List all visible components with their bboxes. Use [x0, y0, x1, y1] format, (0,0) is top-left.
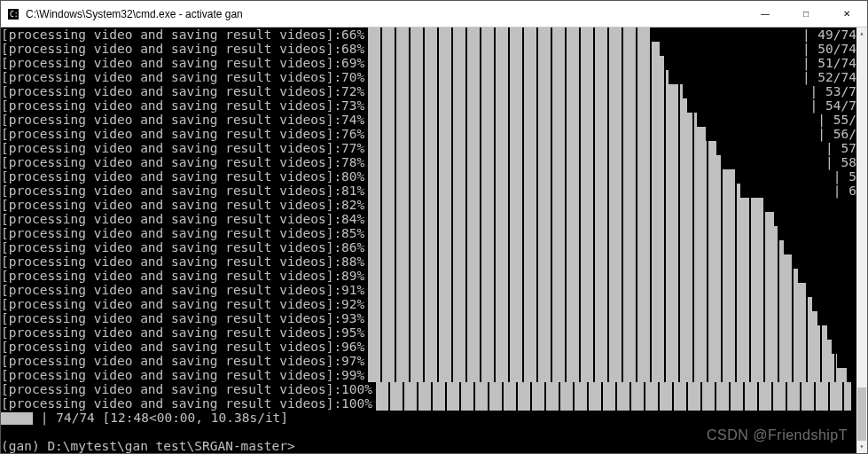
progress-label: [processing video and saving result vide…: [1, 155, 341, 169]
progress-bar-fill: [368, 141, 716, 155]
progress-bar: [368, 155, 820, 169]
progress-line: [processing video and saving result vide…: [1, 198, 856, 212]
terminal-area[interactable]: [processing video and saving result vide…: [1, 27, 867, 453]
progress-counter: | 49/74: [797, 27, 856, 42]
progress-percent: 81%: [341, 184, 364, 198]
progress-line: [processing video and saving result vide…: [1, 254, 856, 269]
progress-counter: | 51/74: [797, 56, 856, 70]
progress-bar: [368, 27, 797, 42]
progress-bar-fill: [368, 340, 832, 354]
progress-bar-fill: [368, 354, 836, 368]
progress-line: [processing video and saving result vide…: [1, 354, 856, 368]
progress-percent: 92%: [341, 297, 364, 311]
progress-line: [processing video and saving result vide…: [1, 141, 856, 155]
progress-line: [processing video and saving result vide…: [1, 283, 856, 297]
progress-bar: [368, 98, 804, 113]
summary-text: | 74/74 [12:48<00:00, 10.38s/it]: [33, 411, 288, 425]
window-controls: — □ ✕: [745, 1, 867, 27]
progress-bar-fill: [368, 269, 798, 283]
progress-line: [processing video and saving result vide…: [1, 240, 856, 254]
progress-bar-fill: [368, 84, 682, 98]
progress-bar: [368, 169, 827, 184]
progress-percent: 95%: [341, 325, 364, 340]
progress-bar-fill: [368, 198, 764, 212]
progress-bar: [368, 127, 812, 141]
progress-bar: [376, 396, 851, 411]
progress-label: [processing video and saving result vide…: [1, 84, 341, 98]
progress-bar-fill: [368, 98, 686, 113]
progress-label: [processing video and saving result vide…: [1, 382, 341, 396]
progress-label: [processing video and saving result vide…: [1, 254, 341, 269]
progress-label: [processing video and saving result vide…: [1, 70, 341, 84]
progress-bar-fill: [368, 368, 846, 382]
progress-bar-fill: [368, 184, 740, 198]
scroll-thumb[interactable]: [857, 387, 866, 441]
progress-bar-fill: [368, 212, 774, 226]
progress-bar: [368, 212, 851, 226]
progress-bar-fill: [368, 297, 812, 311]
close-button[interactable]: ✕: [826, 1, 867, 27]
progress-bar-fill: [368, 325, 826, 340]
progress-counter: | 56/: [812, 127, 856, 141]
progress-bar-fill: [368, 42, 660, 56]
progress-bar-fill: [368, 226, 778, 240]
progress-line: [processing video and saving result vide…: [1, 325, 856, 340]
progress-label: [processing video and saving result vide…: [1, 184, 341, 198]
progress-counter: | 6: [828, 184, 856, 198]
progress-line: [processing video and saving result vide…: [1, 127, 856, 141]
progress-line: [processing video and saving result vide…: [1, 297, 856, 311]
progress-percent: 96%: [341, 340, 364, 354]
progress-bar: [368, 340, 851, 354]
progress-percent: 85%: [341, 226, 364, 240]
progress-counter: | 53/7: [805, 84, 856, 98]
progress-label: [processing video and saving result vide…: [1, 240, 341, 254]
progress-bar-fill: [368, 113, 697, 127]
progress-counter: | 50/74: [797, 42, 856, 56]
progress-percent: 68%: [341, 42, 364, 56]
progress-bar: [368, 368, 851, 382]
progress-bar: [368, 254, 851, 269]
progress-label: [processing video and saving result vide…: [1, 396, 341, 411]
titlebar[interactable]: C:\ C:\Windows\System32\cmd.exe - activa…: [1, 1, 867, 27]
terminal-output: [processing video and saving result vide…: [1, 27, 856, 453]
progress-counter: | 57: [820, 141, 856, 155]
progress-label: [processing video and saving result vide…: [1, 198, 341, 212]
progress-line: [processing video and saving result vide…: [1, 84, 856, 98]
progress-bar-fill: [368, 311, 817, 325]
progress-bar: [368, 325, 851, 340]
progress-bar: [368, 354, 851, 368]
progress-bar: [368, 56, 797, 70]
command-prompt[interactable]: (gan) D:\mytest\gan_test\SRGAN-master>: [1, 439, 856, 453]
progress-percent: 73%: [341, 98, 364, 113]
progress-percent: 89%: [341, 269, 364, 283]
progress-bar-fill: [376, 382, 851, 396]
maximize-button[interactable]: □: [786, 1, 826, 27]
progress-percent: 70%: [341, 70, 364, 84]
progress-label: [processing video and saving result vide…: [1, 56, 341, 70]
vertical-scrollbar[interactable]: ▴ ▾: [856, 27, 867, 453]
scroll-down-button[interactable]: ▾: [856, 441, 867, 453]
progress-counter: | 54/7: [805, 98, 856, 113]
progress-bar-fill: [368, 155, 721, 169]
progress-percent: 78%: [341, 155, 364, 169]
progress-percent: 66%: [341, 27, 364, 42]
progress-line: [processing video and saving result vide…: [1, 212, 856, 226]
progress-percent: 80%: [341, 169, 364, 184]
cmd-window: C:\ C:\Windows\System32\cmd.exe - activa…: [0, 0, 868, 454]
progress-bar-fill: [368, 70, 669, 84]
progress-percent: 88%: [341, 254, 364, 269]
progress-line: [processing video and saving result vide…: [1, 42, 856, 56]
scroll-track[interactable]: [856, 40, 867, 441]
scroll-up-button[interactable]: ▴: [856, 27, 867, 40]
progress-bar-fill: [368, 240, 783, 254]
progress-line: [processing video and saving result vide…: [1, 226, 856, 240]
progress-bar: [368, 297, 851, 311]
progress-bar-fill: [368, 283, 808, 297]
progress-label: [processing video and saving result vide…: [1, 354, 341, 368]
progress-label: [processing video and saving result vide…: [1, 297, 341, 311]
progress-percent: 91%: [341, 283, 364, 297]
progress-label: [processing video and saving result vide…: [1, 311, 341, 325]
progress-label: [processing video and saving result vide…: [1, 340, 341, 354]
progress-label: [processing video and saving result vide…: [1, 113, 341, 127]
minimize-button[interactable]: —: [745, 1, 786, 27]
